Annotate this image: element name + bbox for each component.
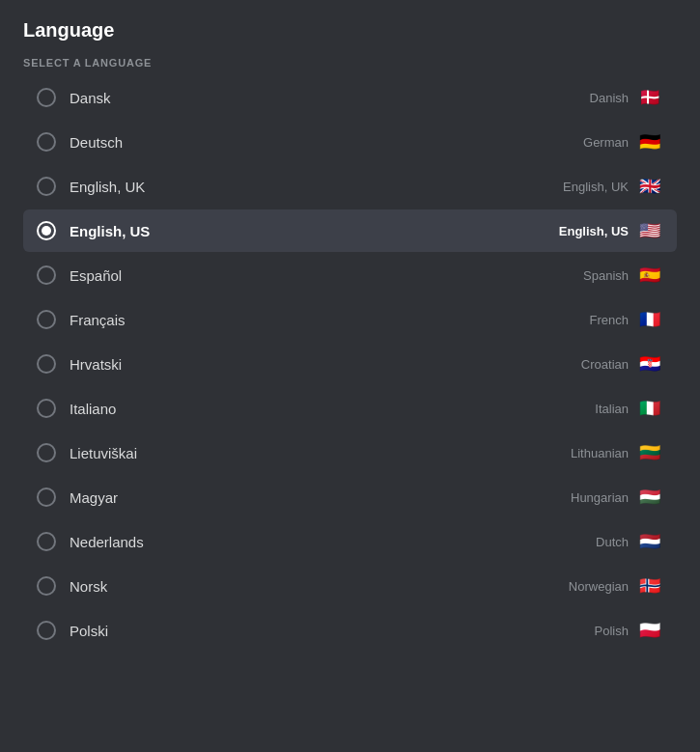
right-side: Dutch🇳🇱: [596, 532, 663, 551]
language-row-english-us[interactable]: English, USEnglish, US🇺🇸: [23, 209, 677, 252]
left-side: English, UK: [37, 177, 145, 196]
radio-button-francais[interactable]: [37, 310, 56, 329]
radio-button-hrvatski[interactable]: [37, 354, 56, 374]
language-native-name: Polski: [70, 623, 108, 639]
left-side: Español: [37, 265, 122, 285]
page-title: Language: [23, 19, 677, 42]
radio-button-english-us[interactable]: [37, 221, 56, 240]
language-flag-hrvatski: 🇭🇷: [636, 354, 663, 374]
radio-button-dansk[interactable]: [37, 88, 56, 107]
radio-button-nederlands[interactable]: [37, 532, 56, 551]
language-english-name: German: [583, 135, 629, 150]
language-english-name: Lithuanian: [571, 446, 629, 460]
language-row-nederlands[interactable]: NederlandsDutch🇳🇱: [23, 520, 677, 563]
radio-button-deutsch[interactable]: [37, 132, 56, 152]
left-side: Norsk: [37, 576, 107, 596]
right-side: Spanish🇪🇸: [583, 265, 663, 285]
right-side: Danish🇩🇰: [590, 88, 663, 107]
language-flag-nederlands: 🇳🇱: [636, 532, 663, 551]
language-english-name: Italian: [595, 402, 629, 416]
language-flag-francais: 🇫🇷: [636, 310, 663, 329]
left-side: Lietuviškai: [37, 443, 137, 462]
left-side: Français: [37, 310, 126, 329]
right-side: French🇫🇷: [590, 310, 663, 329]
language-flag-polski: 🇵🇱: [636, 621, 663, 640]
language-flag-english-us: 🇺🇸: [636, 221, 663, 240]
radio-button-english-uk[interactable]: [37, 177, 56, 196]
radio-button-polski[interactable]: [37, 621, 56, 640]
language-flag-italiano: 🇮🇹: [636, 399, 663, 418]
language-row-magyar[interactable]: MagyarHungarian🇭🇺: [23, 476, 677, 518]
right-side: Croatian🇭🇷: [581, 354, 663, 374]
language-english-name: French: [590, 313, 629, 327]
left-side: Polski: [37, 621, 108, 640]
language-flag-dansk: 🇩🇰: [636, 88, 663, 107]
language-english-name: English, US: [559, 224, 629, 238]
language-english-name: Spanish: [583, 268, 629, 283]
right-side: English, US🇺🇸: [559, 221, 663, 240]
left-side: English, US: [37, 221, 150, 240]
right-side: Polish🇵🇱: [595, 621, 663, 640]
radio-button-espanol[interactable]: [37, 265, 56, 285]
language-flag-magyar: 🇭🇺: [636, 487, 663, 507]
language-native-name: Español: [70, 267, 122, 284]
right-side: English, UK🇬🇧: [563, 177, 663, 196]
left-side: Hrvatski: [37, 354, 122, 374]
section-label: SELECT A LANGUAGE: [23, 57, 677, 69]
right-side: Norwegian🇳🇴: [569, 576, 663, 596]
right-side: Italian🇮🇹: [595, 399, 663, 418]
language-native-name: Français: [70, 312, 126, 328]
language-english-name: Hungarian: [571, 490, 629, 505]
radio-button-lietuviškai[interactable]: [37, 443, 56, 462]
right-side: Lithuanian🇱🇹: [571, 443, 663, 462]
language-english-name: Dutch: [596, 535, 629, 549]
language-native-name: Norsk: [70, 578, 107, 595]
language-native-name: Italiano: [70, 401, 116, 417]
language-list: DanskDanish🇩🇰DeutschGerman🇩🇪English, UKE…: [23, 76, 677, 652]
radio-button-italiano[interactable]: [37, 399, 56, 418]
language-native-name: Dansk: [70, 90, 111, 106]
right-side: Hungarian🇭🇺: [571, 487, 663, 507]
language-row-deutsch[interactable]: DeutschGerman🇩🇪: [23, 121, 677, 163]
language-native-name: English, UK: [70, 179, 145, 195]
language-row-francais[interactable]: FrançaisFrench🇫🇷: [23, 298, 677, 341]
right-side: German🇩🇪: [583, 132, 663, 152]
language-native-name: Nederlands: [70, 534, 144, 550]
language-native-name: Lietuviškai: [70, 445, 137, 461]
language-english-name: Croatian: [581, 357, 629, 372]
language-row-espanol[interactable]: EspañolSpanish🇪🇸: [23, 254, 677, 296]
language-row-dansk[interactable]: DanskDanish🇩🇰: [23, 76, 677, 119]
language-native-name: Magyar: [70, 489, 118, 506]
language-flag-lietuviškai: 🇱🇹: [636, 443, 663, 462]
radio-button-magyar[interactable]: [37, 487, 56, 507]
language-row-polski[interactable]: PolskiPolish🇵🇱: [23, 609, 677, 652]
language-row-hrvatski[interactable]: HrvatskiCroatian🇭🇷: [23, 343, 677, 385]
language-english-name: English, UK: [563, 180, 629, 194]
left-side: Deutsch: [37, 132, 123, 152]
radio-button-norsk[interactable]: [37, 576, 56, 596]
language-flag-english-uk: 🇬🇧: [636, 177, 663, 196]
left-side: Italiano: [37, 399, 116, 418]
language-native-name: Deutsch: [70, 134, 123, 151]
language-row-italiano[interactable]: ItalianoItalian🇮🇹: [23, 387, 677, 430]
language-native-name: English, US: [70, 223, 150, 239]
language-row-english-uk[interactable]: English, UKEnglish, UK🇬🇧: [23, 165, 677, 208]
language-flag-norsk: 🇳🇴: [636, 576, 663, 596]
language-row-norsk[interactable]: NorskNorwegian🇳🇴: [23, 565, 677, 607]
language-flag-espanol: 🇪🇸: [636, 265, 663, 285]
language-english-name: Danish: [590, 91, 629, 105]
language-english-name: Polish: [595, 624, 629, 638]
language-row-lietuviškai[interactable]: LietuviškaiLithuanian🇱🇹: [23, 432, 677, 474]
language-native-name: Hrvatski: [70, 356, 122, 373]
language-flag-deutsch: 🇩🇪: [636, 132, 663, 152]
left-side: Magyar: [37, 487, 118, 507]
language-english-name: Norwegian: [569, 579, 629, 594]
left-side: Dansk: [37, 88, 111, 107]
left-side: Nederlands: [37, 532, 144, 551]
